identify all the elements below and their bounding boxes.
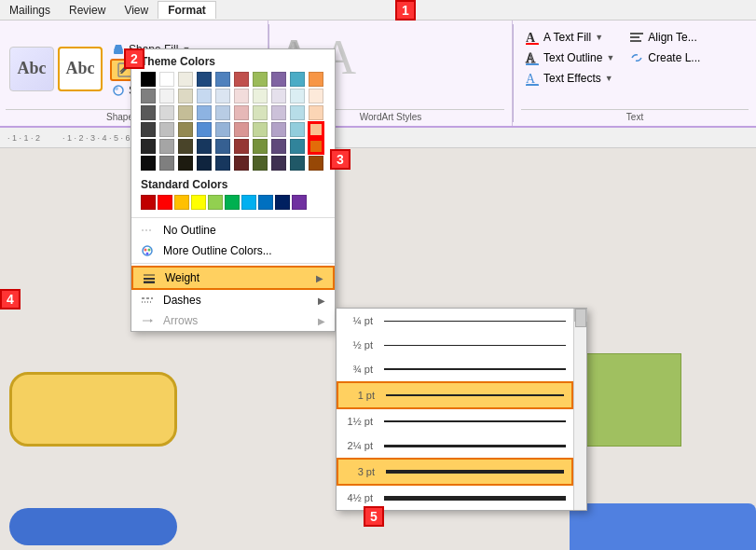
standard-color-swatch-2[interactable] [174, 195, 189, 210]
theme-color-swatch-32[interactable] [178, 122, 193, 137]
theme-color-swatch-2[interactable] [178, 72, 193, 87]
theme-color-swatch-39[interactable] [309, 122, 323, 137]
theme-color-swatch-14[interactable] [215, 89, 230, 103]
theme-color-swatch-55[interactable] [234, 156, 249, 171]
theme-color-swatch-59[interactable] [309, 156, 323, 171]
weight-3pt[interactable]: 3 pt [337, 458, 573, 486]
text-fill-button[interactable]: A A Text Fill ▼ [521, 28, 618, 47]
weight-0.75pt[interactable]: ¾ pt [337, 357, 573, 381]
scrollbar-thumb[interactable] [575, 309, 586, 327]
theme-color-swatch-36[interactable] [253, 122, 268, 137]
menu-review[interactable]: Review [60, 2, 115, 19]
weight-2.25pt[interactable]: 2¼ pt [337, 433, 573, 458]
theme-color-swatch-58[interactable] [290, 156, 305, 171]
dashes-item[interactable]: Dashes ▶ [131, 290, 335, 310]
dashes-icon [141, 295, 156, 306]
theme-color-swatch-16[interactable] [253, 89, 268, 103]
weight-submenu-scrollbar[interactable]: ▲ [573, 309, 586, 510]
standard-color-swatch-5[interactable] [225, 195, 240, 210]
theme-color-swatch-1[interactable] [159, 72, 174, 87]
menu-view[interactable]: View [115, 2, 158, 19]
theme-color-swatch-18[interactable] [290, 89, 305, 103]
text-outline-button[interactable]: A Text Outline ▼ [521, 48, 618, 67]
theme-color-swatch-37[interactable] [271, 122, 286, 137]
theme-color-swatch-17[interactable] [271, 89, 286, 103]
theme-color-swatch-57[interactable] [271, 156, 286, 171]
theme-color-swatch-43[interactable] [197, 139, 212, 154]
theme-color-swatch-9[interactable] [309, 72, 323, 87]
weight-0.25pt[interactable]: ¼ pt [337, 309, 573, 333]
theme-color-swatch-3[interactable] [197, 72, 212, 87]
weight-0.5pt-line [384, 336, 566, 354]
theme-color-swatch-13[interactable] [197, 89, 212, 103]
theme-color-swatch-25[interactable] [234, 105, 249, 120]
weight-1.5pt[interactable]: 1½ pt [337, 409, 573, 433]
theme-color-swatch-22[interactable] [178, 105, 193, 120]
standard-color-swatch-9[interactable] [292, 195, 307, 210]
theme-color-swatch-28[interactable] [290, 105, 305, 120]
theme-color-swatch-41[interactable] [159, 139, 174, 154]
standard-color-swatch-3[interactable] [191, 195, 206, 210]
arrows-item[interactable]: Arrows ▶ [131, 310, 335, 331]
menu-format[interactable]: Format [158, 1, 216, 19]
theme-color-swatch-44[interactable] [215, 139, 230, 154]
theme-color-swatch-42[interactable] [178, 139, 193, 154]
theme-color-swatch-10[interactable] [141, 89, 156, 103]
standard-color-swatch-0[interactable] [141, 195, 156, 210]
standard-color-swatch-8[interactable] [275, 195, 290, 210]
menu-mailings[interactable]: Mailings [0, 2, 60, 19]
theme-color-swatch-15[interactable] [234, 89, 249, 103]
standard-color-swatch-6[interactable] [241, 195, 256, 210]
theme-color-swatch-8[interactable] [290, 72, 305, 87]
theme-color-grid [131, 70, 335, 174]
theme-color-swatch-47[interactable] [271, 139, 286, 154]
theme-color-swatch-38[interactable] [290, 122, 305, 137]
standard-color-swatch-1[interactable] [158, 195, 172, 210]
theme-color-swatch-34[interactable] [215, 122, 230, 137]
theme-color-swatch-11[interactable] [159, 89, 174, 103]
theme-color-swatch-50[interactable] [141, 156, 156, 171]
create-link-button[interactable]: Create L... [625, 48, 704, 67]
theme-color-swatch-33[interactable] [197, 122, 212, 137]
theme-color-swatch-45[interactable] [234, 139, 249, 154]
theme-color-swatch-23[interactable] [197, 105, 212, 120]
theme-color-swatch-51[interactable] [159, 156, 174, 171]
theme-color-swatch-40[interactable] [141, 139, 156, 154]
shape-style-btn-1[interactable]: Abc [9, 47, 54, 91]
theme-color-swatch-7[interactable] [271, 72, 286, 87]
theme-color-swatch-19[interactable] [309, 89, 323, 103]
theme-color-swatch-35[interactable] [234, 122, 249, 137]
theme-color-swatch-12[interactable] [178, 89, 193, 103]
weight-item[interactable]: Weight ▶ [131, 266, 335, 290]
theme-color-swatch-48[interactable] [290, 139, 305, 154]
theme-color-swatch-49[interactable] [309, 139, 323, 154]
standard-color-swatch-7[interactable] [258, 195, 273, 210]
theme-color-swatch-0[interactable] [141, 72, 156, 87]
text-effects-button[interactable]: A Text Effects ▼ [521, 69, 618, 88]
shape-style-btn-2[interactable]: Abc [58, 47, 103, 91]
more-colors-item[interactable]: More Outline Colors... [131, 241, 335, 261]
yellow-rounded-shape [9, 372, 177, 447]
no-outline-item[interactable]: No Outline [131, 220, 335, 241]
theme-color-swatch-4[interactable] [215, 72, 230, 87]
theme-color-swatch-21[interactable] [159, 105, 174, 120]
theme-color-swatch-24[interactable] [215, 105, 230, 120]
weight-0.5pt[interactable]: ½ pt [337, 333, 573, 357]
dropdown-sep-2 [131, 263, 335, 264]
theme-color-swatch-31[interactable] [159, 122, 174, 137]
theme-color-swatch-26[interactable] [253, 105, 268, 120]
theme-color-swatch-27[interactable] [271, 105, 286, 120]
weight-1pt[interactable]: 1 pt [337, 381, 573, 409]
theme-color-swatch-46[interactable] [253, 139, 268, 154]
theme-color-swatch-56[interactable] [253, 156, 268, 171]
align-text-button[interactable]: Align Te... [625, 28, 704, 47]
theme-color-swatch-5[interactable] [234, 72, 249, 87]
theme-color-swatch-30[interactable] [141, 122, 156, 137]
standard-color-swatch-4[interactable] [208, 195, 223, 210]
theme-color-swatch-54[interactable] [215, 156, 230, 171]
theme-color-swatch-53[interactable] [197, 156, 212, 171]
theme-color-swatch-29[interactable] [309, 105, 323, 120]
theme-color-swatch-52[interactable] [178, 156, 193, 171]
theme-color-swatch-20[interactable] [141, 105, 156, 120]
theme-color-swatch-6[interactable] [253, 72, 268, 87]
